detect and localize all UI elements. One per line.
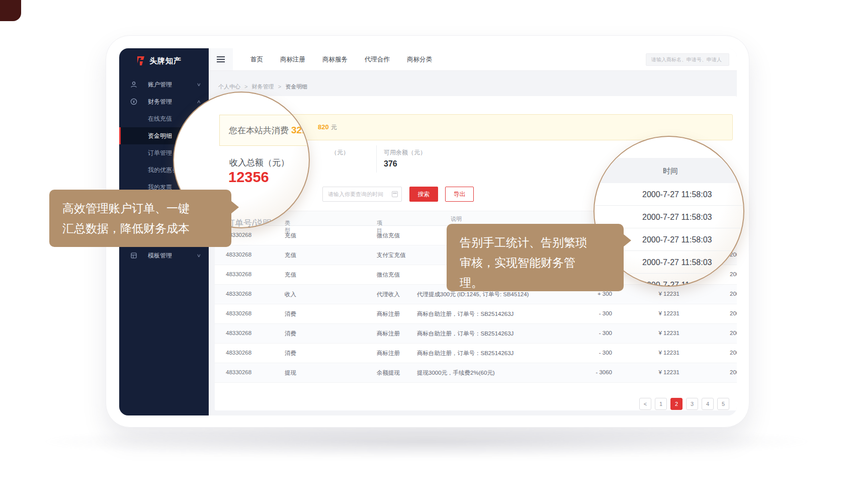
col-desc-header: 说明: [451, 215, 462, 223]
menu-toggle[interactable]: [209, 48, 233, 70]
sidebar-item-template[interactable]: 模板管理 ∨: [119, 247, 209, 264]
cell-order: 48330268: [226, 310, 251, 316]
lens-income-value: 12356: [228, 169, 269, 186]
cell-type: 消费: [285, 350, 296, 357]
search-button[interactable]: 搜索: [409, 187, 438, 202]
chevron-down-icon: ∨: [197, 82, 201, 87]
cell-type: 收入: [285, 291, 296, 298]
tooltip-line: 理。: [460, 273, 611, 293]
sidebar-item-label: 账户管理: [148, 80, 172, 89]
page-button[interactable]: 1: [655, 398, 667, 410]
sidebar-subitem-label: 在线充值: [148, 115, 172, 123]
user-icon: [130, 81, 137, 88]
cell-order: 48330268: [226, 350, 251, 356]
chevron-up-icon: ∧: [197, 99, 201, 104]
cell-type: 充值: [285, 232, 296, 239]
sort-caret-icon: ∨: [378, 219, 381, 224]
cell-project: 支付宝充值: [377, 251, 406, 259]
table-row: 48330268 消费 商标注册 商标自助注册，订单号：SB2514263J -…: [215, 324, 737, 344]
nav-item[interactable]: 代理合作: [356, 55, 398, 64]
brand-name: 头牌知产: [149, 56, 182, 66]
cell-time: 2000-7-27 11:58:03: [730, 271, 737, 277]
cell-project: 微信充值: [377, 232, 400, 239]
cell-project: 代理收入: [377, 291, 400, 298]
chevron-down-icon: ∨: [197, 253, 201, 258]
stat-balance-value: 376: [384, 159, 397, 169]
table-row: 48330268 消费 商标注册 商标自助注册，订单号：SB2514263J -…: [215, 344, 737, 363]
cell-type: 充值: [285, 271, 296, 279]
table-row: 48330268 消费 商标注册 商标自助注册，订单号：SB2514263J -…: [215, 304, 737, 324]
breadcrumb-segment[interactable]: 个人中心: [218, 83, 240, 90]
breadcrumb-separator: >: [244, 83, 247, 90]
tooltip-line: 汇总数据，降低财务成本: [62, 218, 218, 238]
cell-balance: ¥ 12231: [622, 310, 679, 316]
cell-order: 48330268: [226, 291, 251, 297]
menu-icon: [217, 56, 225, 62]
sidebar-subitem-label: 资金明细: [148, 132, 172, 140]
cell-order: 48330268: [226, 330, 251, 336]
cell-project: 商标注册: [377, 330, 400, 338]
page: 头牌知产 账户管理 ∨ 财务管理 ∧: [0, 0, 853, 504]
lens-banner: 您在本站共消费 32124 大: [219, 115, 310, 146]
nav-item[interactable]: 商标服务: [314, 55, 356, 64]
export-button[interactable]: 导出: [445, 187, 474, 202]
breadcrumb-segment[interactable]: 财务管理: [252, 83, 274, 90]
main-nav: 首页 商标注册 商标服务 代理合作 商标分类: [233, 48, 441, 70]
time-query-input[interactable]: [322, 187, 402, 202]
sort-caret-icon: ∨: [286, 219, 289, 224]
sidebar-item-label: 模板管理: [148, 251, 172, 260]
sidebar-subitem-label: 订单管理: [148, 149, 172, 157]
finance-icon: [130, 98, 137, 105]
nav-item[interactable]: 首页: [242, 55, 272, 64]
cell-amount: - 300: [567, 310, 612, 316]
cell-project: 商标注册: [377, 350, 400, 357]
tooltip-arrow: [231, 201, 239, 214]
tooltip-line: 审核，实现智能财务管: [460, 253, 611, 273]
page-button[interactable]: 3: [686, 398, 698, 410]
lens-time-value: 2000-7-27 11:58:03: [642, 190, 712, 199]
lens-time-header: 时间: [594, 158, 744, 183]
cell-order: 48330268: [226, 271, 251, 277]
stat-divider: [376, 145, 377, 173]
brand-logo[interactable]: 头牌知产: [119, 48, 209, 73]
cell-balance: ¥ 12231: [622, 330, 679, 336]
sidebar-item-finance[interactable]: 财务管理 ∧: [119, 93, 209, 110]
lens-banner-prefix: 您在本站共消费: [229, 125, 289, 136]
page-button[interactable]: 4: [702, 398, 714, 410]
page-button[interactable]: 2: [670, 398, 683, 410]
lens-time-row: 2000-7-27 11:58:03: [594, 183, 744, 206]
cell-time: 2000-7-27 11:58:03: [730, 330, 737, 336]
corner-decoration: [0, 0, 21, 21]
lens-time-value: 2000-7-27 11:58:03: [642, 235, 712, 244]
cell-balance: ¥ 12231: [622, 350, 679, 356]
nav-item[interactable]: 商标分类: [398, 55, 441, 64]
pagination: < 1 2 3 4 5: [639, 398, 729, 410]
tooltip-arrow: [623, 234, 631, 247]
cell-type: 消费: [285, 310, 296, 318]
calendar-icon[interactable]: [392, 191, 398, 197]
page-button[interactable]: 5: [717, 398, 729, 410]
cell-type: 消费: [285, 330, 296, 338]
search-input[interactable]: [646, 53, 729, 66]
cell-amount: - 300: [567, 350, 612, 356]
cell-time: 2000-7-27 11:58:03: [730, 291, 737, 297]
cell-desc: 提现3000元，手续费2%(60元): [417, 369, 495, 377]
sidebar-item-label: 财务管理: [148, 98, 172, 106]
cell-balance: ¥ 12231: [622, 369, 679, 375]
brand-logo-icon: [136, 55, 145, 66]
cell-desc: 商标自助注册，订单号：SB2514263J: [417, 310, 514, 318]
lens-time-header-label: 时间: [663, 166, 678, 176]
nav-item[interactable]: 商标注册: [272, 55, 314, 64]
lens-income-label: 收入总额（元）: [229, 157, 289, 169]
cell-project: 商标注册: [377, 310, 400, 318]
topbar: 首页 商标注册 商标服务 代理合作 商标分类: [209, 48, 737, 71]
cell-order: 48330268: [226, 251, 251, 258]
page-button[interactable]: <: [639, 398, 651, 410]
cell-type: 提现: [285, 369, 296, 377]
cell-project: 微信充值: [377, 271, 400, 279]
breadcrumb-current: 资金明细: [285, 83, 307, 90]
sidebar-item-account[interactable]: 账户管理 ∨: [119, 76, 209, 93]
cell-balance: ¥ 12231: [622, 291, 679, 297]
template-icon: [130, 252, 137, 259]
breadcrumb-separator: >: [278, 83, 281, 90]
